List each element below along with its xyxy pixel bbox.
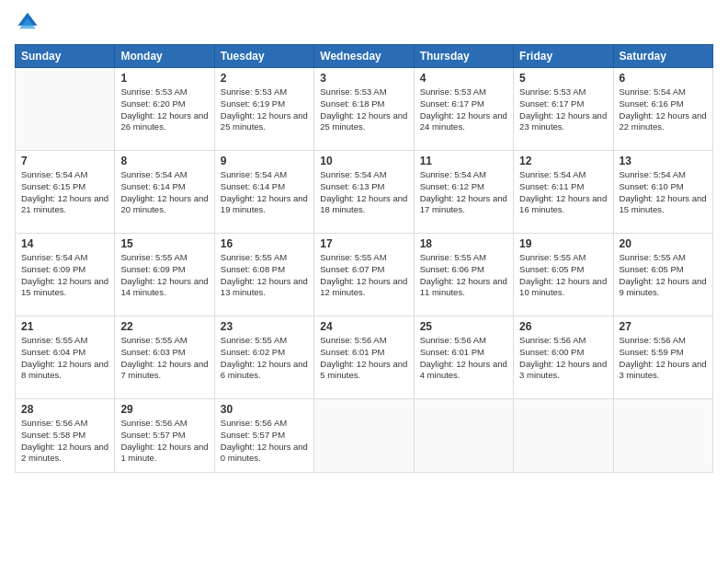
day-cell-2: 2Sunrise: 5:53 AM Sunset: 6:19 PM Daylig… — [214, 68, 313, 151]
day-number: 4 — [420, 72, 507, 85]
day-header-friday: Friday — [514, 45, 613, 68]
day-number: 9 — [221, 155, 308, 167]
day-cell-30: 30Sunrise: 5:56 AM Sunset: 5:57 PM Dayli… — [214, 399, 313, 473]
day-number: 6 — [620, 72, 707, 85]
cell-info: Sunrise: 5:56 AM Sunset: 6:00 PM Dayligh… — [519, 335, 607, 382]
day-number: 8 — [120, 155, 208, 167]
day-cell-19: 19Sunrise: 5:55 AM Sunset: 6:05 PM Dayli… — [514, 234, 613, 316]
day-number: 27 — [620, 320, 707, 333]
cell-info: Sunrise: 5:56 AM Sunset: 5:57 PM Dayligh… — [120, 418, 208, 465]
day-cell-14: 14Sunrise: 5:54 AM Sunset: 6:09 PM Dayli… — [16, 234, 115, 316]
day-number: 28 — [21, 403, 108, 416]
day-number: 1 — [120, 72, 208, 85]
day-header-wednesday: Wednesday — [314, 45, 414, 68]
cell-info: Sunrise: 5:55 AM Sunset: 6:05 PM Dayligh… — [620, 252, 707, 299]
day-cell-8: 8Sunrise: 5:54 AM Sunset: 6:14 PM Daylig… — [115, 151, 214, 234]
cell-info: Sunrise: 5:56 AM Sunset: 5:59 PM Dayligh… — [620, 335, 707, 382]
day-number: 10 — [320, 155, 407, 167]
logo-icon — [15, 11, 40, 37]
day-cell-17: 17Sunrise: 5:55 AM Sunset: 6:07 PM Dayli… — [314, 234, 414, 316]
day-number: 23 — [221, 320, 308, 333]
day-header-sunday: Sunday — [16, 45, 115, 68]
cell-info: Sunrise: 5:53 AM Sunset: 6:18 PM Dayligh… — [320, 86, 407, 133]
cell-info: Sunrise: 5:55 AM Sunset: 6:06 PM Dayligh… — [420, 252, 507, 299]
day-number: 3 — [320, 72, 407, 85]
day-header-saturday: Saturday — [613, 45, 712, 68]
day-number: 5 — [519, 72, 607, 85]
day-number: 30 — [221, 403, 308, 416]
cell-info: Sunrise: 5:54 AM Sunset: 6:15 PM Dayligh… — [21, 169, 108, 216]
day-cell-18: 18Sunrise: 5:55 AM Sunset: 6:06 PM Dayli… — [414, 234, 513, 316]
day-cell-15: 15Sunrise: 5:55 AM Sunset: 6:09 PM Dayli… — [115, 234, 214, 316]
cell-info: Sunrise: 5:56 AM Sunset: 6:01 PM Dayligh… — [320, 335, 407, 382]
day-number: 14 — [21, 237, 108, 250]
day-cell-28: 28Sunrise: 5:56 AM Sunset: 5:58 PM Dayli… — [16, 399, 115, 473]
day-cell-23: 23Sunrise: 5:55 AM Sunset: 6:02 PM Dayli… — [214, 316, 313, 399]
day-number: 16 — [221, 237, 308, 250]
day-cell-24: 24Sunrise: 5:56 AM Sunset: 6:01 PM Dayli… — [314, 316, 414, 399]
cell-info: Sunrise: 5:56 AM Sunset: 5:58 PM Dayligh… — [21, 418, 108, 465]
day-header-thursday: Thursday — [414, 45, 513, 68]
day-number: 17 — [320, 237, 407, 250]
header-row: SundayMondayTuesdayWednesdayThursdayFrid… — [16, 45, 713, 68]
cell-info: Sunrise: 5:55 AM Sunset: 6:09 PM Dayligh… — [120, 252, 208, 299]
day-cell-3: 3Sunrise: 5:53 AM Sunset: 6:18 PM Daylig… — [314, 68, 414, 151]
page: SundayMondayTuesdayWednesdayThursdayFrid… — [0, 0, 728, 563]
week-row-5: 28Sunrise: 5:56 AM Sunset: 5:58 PM Dayli… — [16, 399, 713, 473]
day-cell-11: 11Sunrise: 5:54 AM Sunset: 6:12 PM Dayli… — [414, 151, 513, 234]
day-number: 7 — [21, 155, 108, 167]
cell-info: Sunrise: 5:54 AM Sunset: 6:11 PM Dayligh… — [519, 169, 607, 216]
day-number: 22 — [120, 320, 208, 333]
week-row-1: 1Sunrise: 5:53 AM Sunset: 6:20 PM Daylig… — [16, 68, 713, 151]
header — [15, 11, 713, 37]
day-cell-12: 12Sunrise: 5:54 AM Sunset: 6:11 PM Dayli… — [514, 151, 613, 234]
day-number: 11 — [420, 155, 507, 167]
calendar-table: SundayMondayTuesdayWednesdayThursdayFrid… — [15, 44, 713, 473]
cell-info: Sunrise: 5:55 AM Sunset: 6:02 PM Dayligh… — [221, 335, 308, 382]
day-cell-13: 13Sunrise: 5:54 AM Sunset: 6:10 PM Dayli… — [613, 151, 712, 234]
day-cell-5: 5Sunrise: 5:53 AM Sunset: 6:17 PM Daylig… — [514, 68, 613, 151]
day-cell-27: 27Sunrise: 5:56 AM Sunset: 5:59 PM Dayli… — [613, 316, 712, 399]
empty-cell — [414, 399, 513, 473]
day-cell-20: 20Sunrise: 5:55 AM Sunset: 6:05 PM Dayli… — [613, 234, 712, 316]
day-cell-29: 29Sunrise: 5:56 AM Sunset: 5:57 PM Dayli… — [115, 399, 214, 473]
cell-info: Sunrise: 5:54 AM Sunset: 6:12 PM Dayligh… — [420, 169, 507, 216]
day-number: 12 — [519, 155, 607, 167]
cell-info: Sunrise: 5:53 AM Sunset: 6:17 PM Dayligh… — [420, 86, 507, 133]
cell-info: Sunrise: 5:54 AM Sunset: 6:13 PM Dayligh… — [320, 169, 407, 216]
cell-info: Sunrise: 5:54 AM Sunset: 6:09 PM Dayligh… — [21, 252, 108, 299]
cell-info: Sunrise: 5:55 AM Sunset: 6:03 PM Dayligh… — [120, 335, 208, 382]
day-number: 29 — [120, 403, 208, 416]
cell-info: Sunrise: 5:53 AM Sunset: 6:19 PM Dayligh… — [221, 86, 308, 133]
day-number: 24 — [320, 320, 407, 333]
cell-info: Sunrise: 5:54 AM Sunset: 6:14 PM Dayligh… — [120, 169, 208, 216]
cell-info: Sunrise: 5:56 AM Sunset: 6:01 PM Dayligh… — [420, 335, 507, 382]
day-cell-10: 10Sunrise: 5:54 AM Sunset: 6:13 PM Dayli… — [314, 151, 414, 234]
cell-info: Sunrise: 5:53 AM Sunset: 6:17 PM Dayligh… — [519, 86, 607, 133]
week-row-2: 7Sunrise: 5:54 AM Sunset: 6:15 PM Daylig… — [16, 151, 713, 234]
empty-cell — [514, 399, 613, 473]
day-number: 2 — [221, 72, 308, 85]
cell-info: Sunrise: 5:55 AM Sunset: 6:08 PM Dayligh… — [221, 252, 308, 299]
day-cell-9: 9Sunrise: 5:54 AM Sunset: 6:14 PM Daylig… — [214, 151, 313, 234]
cell-info: Sunrise: 5:55 AM Sunset: 6:04 PM Dayligh… — [21, 335, 108, 382]
day-cell-26: 26Sunrise: 5:56 AM Sunset: 6:00 PM Dayli… — [514, 316, 613, 399]
day-header-tuesday: Tuesday — [214, 45, 313, 68]
day-cell-16: 16Sunrise: 5:55 AM Sunset: 6:08 PM Dayli… — [214, 234, 313, 316]
day-cell-21: 21Sunrise: 5:55 AM Sunset: 6:04 PM Dayli… — [16, 316, 115, 399]
day-number: 26 — [519, 320, 607, 333]
cell-info: Sunrise: 5:54 AM Sunset: 6:14 PM Dayligh… — [221, 169, 308, 216]
day-cell-1: 1Sunrise: 5:53 AM Sunset: 6:20 PM Daylig… — [115, 68, 214, 151]
empty-cell — [613, 399, 712, 473]
logo — [15, 11, 44, 37]
day-cell-25: 25Sunrise: 5:56 AM Sunset: 6:01 PM Dayli… — [414, 316, 513, 399]
cell-info: Sunrise: 5:54 AM Sunset: 6:16 PM Dayligh… — [620, 86, 707, 133]
day-number: 13 — [620, 155, 707, 167]
week-row-3: 14Sunrise: 5:54 AM Sunset: 6:09 PM Dayli… — [16, 234, 713, 316]
day-number: 19 — [519, 237, 607, 250]
cell-info: Sunrise: 5:54 AM Sunset: 6:10 PM Dayligh… — [620, 169, 707, 216]
day-cell-22: 22Sunrise: 5:55 AM Sunset: 6:03 PM Dayli… — [115, 316, 214, 399]
day-number: 25 — [420, 320, 507, 333]
cell-info: Sunrise: 5:53 AM Sunset: 6:20 PM Dayligh… — [120, 86, 208, 133]
day-number: 21 — [21, 320, 108, 333]
